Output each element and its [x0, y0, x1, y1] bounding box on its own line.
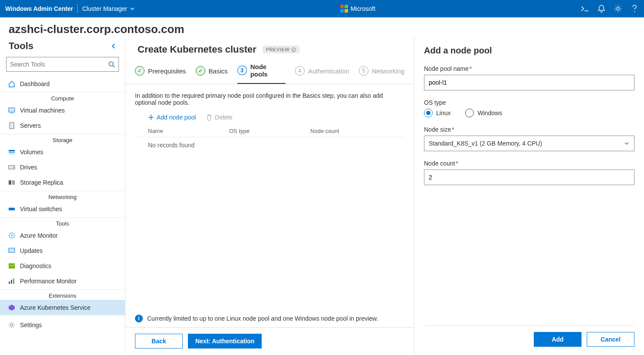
- sidebar-item-updates[interactable]: Updates: [0, 243, 125, 258]
- label-node-size: Node size: [424, 126, 451, 133]
- sidebar-item-virtual-machines[interactable]: Virtual machines: [0, 103, 125, 118]
- column-count: Node count: [310, 128, 391, 134]
- info-icon: [291, 47, 296, 52]
- svg-rect-4: [9, 150, 15, 151]
- node-size-select[interactable]: Standard_K8S_v1 (2 GB Memory, 4 CPU): [424, 136, 634, 151]
- sidebar-item-label: Drives: [20, 164, 37, 171]
- server-icon: [8, 122, 16, 129]
- group-storage: Storage: [0, 134, 125, 144]
- sidebar-item-label: Azure Monitor: [20, 232, 58, 239]
- drives-icon: [8, 163, 16, 171]
- help-icon[interactable]: [630, 4, 639, 13]
- svg-rect-10: [12, 180, 15, 185]
- svg-rect-3: [10, 123, 14, 129]
- host-name: azshci-cluster.corp.contoso.com: [0, 17, 644, 38]
- button-label: Add node pool: [157, 114, 196, 121]
- search-tools-input[interactable]: [6, 57, 119, 72]
- trash-icon: [206, 114, 212, 121]
- panel-footer: Add Cancel: [424, 325, 634, 355]
- pool-name-input[interactable]: [424, 75, 634, 90]
- divider: [77, 4, 78, 13]
- svg-rect-18: [13, 279, 14, 284]
- step-label: Node pools: [250, 63, 286, 78]
- info-banner: i Currently limited to up to one Linux n…: [135, 311, 414, 326]
- group-extensions: Extensions: [0, 289, 125, 300]
- table-header: Name OS type Node count: [135, 125, 404, 137]
- gear-icon: [8, 321, 16, 329]
- sidebar-item-label: Settings: [20, 322, 42, 328]
- sidebar-item-label: Virtual machines: [20, 107, 65, 114]
- step-authentication[interactable]: 4 Authentication: [295, 63, 349, 84]
- notifications-icon[interactable]: [597, 4, 606, 13]
- sidebar-item-performance-monitor[interactable]: Performance Monitor: [0, 273, 125, 289]
- plus-icon: [148, 114, 154, 120]
- sidebar-item-drives[interactable]: Drives: [0, 159, 125, 175]
- sidebar-item-servers[interactable]: Servers: [0, 118, 125, 133]
- add-node-pool-button[interactable]: Add node pool: [148, 114, 196, 121]
- search-input-field[interactable]: [10, 61, 108, 68]
- settings-icon[interactable]: [614, 4, 622, 13]
- next-button[interactable]: Next: Authentication: [188, 334, 262, 348]
- svg-rect-14: [9, 248, 15, 252]
- chevron-down-icon: [624, 140, 630, 146]
- os-option-linux[interactable]: Linux: [424, 109, 450, 117]
- node-count-input[interactable]: [424, 169, 634, 185]
- group-tools: Tools: [0, 217, 125, 228]
- svg-point-8: [13, 167, 14, 168]
- panel-add-button[interactable]: Add: [534, 332, 582, 347]
- brand-label: Microsoft: [351, 5, 375, 12]
- check-icon: ✓: [135, 66, 145, 76]
- app-title[interactable]: Windows Admin Center: [5, 5, 73, 12]
- back-button[interactable]: Back: [135, 334, 183, 348]
- sidebar-item-label: Virtual switches: [20, 206, 62, 212]
- required-marker: *: [456, 160, 458, 167]
- sidebar-item-azure-monitor[interactable]: Azure Monitor: [0, 228, 125, 243]
- sidebar-item-dashboard[interactable]: Dashboard: [0, 76, 125, 91]
- sidebar-item-label: Volumes: [20, 149, 43, 156]
- monitor-icon: [8, 232, 16, 239]
- switch-icon: [8, 205, 16, 213]
- sidebar-item-volumes[interactable]: Volumes: [0, 144, 125, 159]
- panel-cancel-button[interactable]: Cancel: [587, 332, 634, 347]
- volumes-icon: [8, 148, 16, 156]
- add-node-pool-panel: Add a node pool Node pool name* OS type …: [414, 38, 644, 355]
- sidebar-item-settings[interactable]: Settings: [0, 317, 125, 332]
- table-empty-text: No records found: [135, 137, 404, 153]
- home-icon: [8, 80, 16, 88]
- powershell-icon[interactable]: [581, 4, 589, 13]
- chevron-down-icon: [130, 6, 135, 11]
- sidebar-item-label: Storage Replica: [20, 179, 63, 186]
- aks-icon: [8, 304, 16, 312]
- svg-point-0: [617, 7, 619, 10]
- column-name: Name: [148, 128, 229, 134]
- label-os-type: OS type: [424, 99, 446, 106]
- collapse-sidebar-button[interactable]: [111, 43, 116, 49]
- sidebar-item-label: Updates: [20, 247, 43, 254]
- vm-icon: [8, 106, 16, 114]
- svg-rect-5: [9, 152, 15, 153]
- sidebar-item-storage-replica[interactable]: Storage Replica: [0, 175, 125, 190]
- sidebar-item-virtual-switches[interactable]: Virtual switches: [0, 201, 125, 216]
- intro-text: In addition to the required primary node…: [135, 92, 404, 108]
- step-networking[interactable]: 5 Networking: [359, 63, 404, 84]
- context-label: Cluster Manager: [82, 5, 127, 12]
- select-value: Standard_K8S_v1 (2 GB Memory, 4 CPU): [429, 140, 542, 147]
- sidebar-item-diagnostics[interactable]: Diagnostics: [0, 258, 125, 273]
- svg-rect-2: [9, 108, 15, 112]
- svg-rect-17: [11, 280, 12, 284]
- check-icon: ✓: [196, 66, 205, 76]
- context-dropdown[interactable]: Cluster Manager: [82, 5, 135, 12]
- sidebar-item-aks[interactable]: Azure Kubernetes Service: [0, 300, 125, 315]
- step-node-pools[interactable]: 3 Node pools: [237, 63, 286, 84]
- sidebar-title: Tools: [9, 40, 33, 52]
- step-basics[interactable]: ✓ Basics: [196, 63, 228, 84]
- svg-point-13: [11, 235, 13, 236]
- step-number-icon: 4: [295, 66, 305, 76]
- page-title: Create Kubernetes cluster: [138, 44, 256, 55]
- radio-icon: [465, 109, 474, 117]
- panel-title: Add a node pool: [424, 46, 634, 56]
- step-prerequisites[interactable]: ✓ Prerequisites: [135, 63, 186, 84]
- radio-label: Windows: [477, 109, 502, 116]
- sidebar-item-label: Servers: [20, 122, 41, 129]
- os-option-windows[interactable]: Windows: [465, 109, 502, 117]
